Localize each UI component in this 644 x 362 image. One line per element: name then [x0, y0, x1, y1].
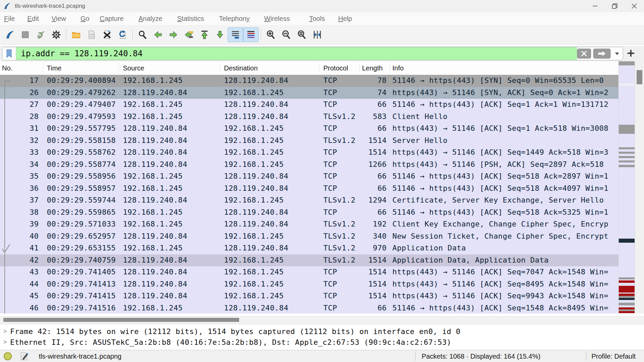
packet-row-44[interactable]: 4400:29:29.741413128.119.240.84192.168.1… — [0, 278, 618, 291]
find-packet-icon — [138, 30, 147, 39]
column-divider[interactable] — [390, 63, 390, 73]
open-file-button[interactable] — [68, 27, 84, 42]
packet-row-36[interactable]: 3600:29:29.558957192.168.1.245128.119.24… — [0, 183, 618, 195]
filter-history-dropdown[interactable] — [613, 49, 621, 59]
packet-row-31[interactable]: 3100:29:29.557795128.119.240.84192.168.1… — [0, 123, 618, 135]
column-divider[interactable] — [119, 63, 119, 73]
menu-edit[interactable]: Edit — [27, 15, 39, 23]
restore-button[interactable] — [605, 0, 624, 12]
expert-info-icon[interactable] — [3, 352, 12, 361]
packet-row-39[interactable]: 3900:29:29.571033192.168.1.245128.119.24… — [0, 218, 618, 231]
packet-row-17[interactable]: 1700:29:29.400894192.168.1.245128.119.24… — [0, 75, 618, 87]
packet-row-37[interactable]: 3700:29:29.559744128.119.240.84192.168.1… — [0, 194, 618, 207]
detail-row-frame[interactable]: > Frame 42: 1514 bytes on wire (12112 bi… — [0, 326, 640, 337]
menu-help[interactable]: Help — [338, 15, 352, 23]
packet-row-33[interactable]: 3300:29:29.558762128.119.240.84192.168.1… — [0, 147, 618, 159]
cell-no: 46 — [0, 304, 39, 312]
packet-row-27[interactable]: 2700:29:29.479407192.168.1.245128.119.24… — [0, 99, 618, 111]
col-destination[interactable]: Destination — [224, 64, 258, 72]
last-packet-button[interactable] — [212, 27, 228, 42]
filter-clear-button[interactable] — [577, 49, 591, 59]
capture-options-button[interactable] — [49, 27, 64, 42]
filter-apply-button[interactable] — [593, 49, 611, 59]
restore-icon — [612, 3, 617, 9]
detail-row-ethernet[interactable]: > Ethernet II, Src: ASUSTekC_5a:2b:b8 (4… — [0, 337, 640, 348]
auto-scroll-button[interactable] — [228, 27, 243, 42]
packet-row-41[interactable]: 4100:29:29.653155192.168.1.245128.119.24… — [0, 242, 618, 254]
col-no[interactable]: No. — [2, 64, 12, 72]
col-protocol[interactable]: Protocol — [323, 64, 348, 72]
packet-row-32[interactable]: 3200:29:29.558158128.119.240.84192.168.1… — [0, 135, 618, 147]
horizontal-scrollbar[interactable] — [0, 316, 644, 323]
zoom-reset-button[interactable] — [294, 27, 310, 42]
find-packet-button[interactable] — [135, 27, 150, 42]
add-filter-button[interactable] — [625, 48, 637, 59]
close-button[interactable] — [624, 0, 644, 12]
stop-capture-button[interactable] — [18, 27, 33, 42]
menu-telephony[interactable]: Telephony — [219, 15, 250, 23]
packet-row-46[interactable]: 4600:29:29.741516192.168.1.245128.119.24… — [0, 302, 618, 314]
expander-icon[interactable]: > — [0, 328, 10, 335]
close-file-button[interactable] — [99, 27, 115, 42]
cell-length: 74 — [350, 88, 387, 97]
cell-no: 40 — [0, 232, 39, 240]
first-packet-button[interactable] — [197, 27, 212, 42]
col-info[interactable]: Info — [392, 64, 404, 72]
statusbar-profile[interactable]: Profile: Default — [591, 353, 636, 360]
last-packet-icon — [215, 30, 225, 39]
statusbar-divider — [415, 352, 416, 361]
col-length[interactable]: Length — [362, 64, 383, 72]
packet-row-43[interactable]: 4300:29:29.741405128.119.240.84192.168.1… — [0, 266, 618, 278]
save-file-button[interactable]: 0101 0110 — [84, 27, 99, 42]
capture-comments-icon[interactable]: 010011010 — [20, 352, 29, 361]
start-capture-button[interactable] — [2, 27, 18, 42]
menu-file[interactable]: File — [4, 15, 15, 23]
resize-columns-button[interactable] — [310, 27, 325, 42]
col-time[interactable]: Time — [47, 64, 62, 72]
filter-bookmark-button[interactable] — [2, 47, 16, 60]
minimap[interactable] — [618, 61, 635, 313]
statusbar-filename[interactable]: tls-wireshark-trace1.pcapng — [39, 353, 122, 360]
cell-time: 00:29:29.479262 — [47, 88, 116, 97]
packet-row-40[interactable]: 4000:29:29.652957128.119.240.84192.168.1… — [0, 231, 618, 243]
col-source[interactable]: Source — [123, 64, 144, 72]
packet-row-35[interactable]: 3500:29:29.558956192.168.1.245128.119.24… — [0, 171, 618, 183]
packet-row-42[interactable]: 4200:29:29.740759128.119.240.84192.168.1… — [0, 254, 618, 267]
menu-statistics[interactable]: Statistics — [177, 15, 204, 23]
packet-row-45[interactable]: 4500:29:29.741415128.119.240.84192.168.1… — [0, 290, 618, 302]
zoom-out-button[interactable] — [279, 27, 294, 42]
go-back-button[interactable] — [150, 27, 166, 42]
colorize-button[interactable] — [243, 27, 259, 42]
display-filter-field[interactable]: ip.addr == 128.119.240.84 — [2, 47, 623, 60]
column-divider[interactable] — [220, 63, 220, 73]
column-divider[interactable] — [319, 63, 319, 73]
minimize-button[interactable] — [585, 0, 605, 12]
menu-view[interactable]: View — [52, 15, 66, 23]
column-divider[interactable] — [43, 63, 43, 73]
packet-row-28[interactable]: 2800:29:29.479593192.168.1.245128.119.24… — [0, 111, 618, 123]
menu-go[interactable]: Go — [80, 15, 90, 23]
packet-row-34[interactable]: 3400:29:29.558774128.119.240.84192.168.1… — [0, 159, 618, 171]
cell-protocol: TCP — [323, 160, 337, 169]
column-divider[interactable] — [359, 63, 360, 73]
wireshark-logo-icon — [3, 2, 11, 10]
restart-capture-button[interactable] — [33, 27, 49, 42]
vertical-scrollbar[interactable] — [635, 61, 644, 313]
packet-row-26[interactable]: 2600:29:29.479262128.119.240.84192.168.1… — [0, 87, 618, 99]
go-forward-button[interactable] — [166, 27, 181, 42]
menu-analyze[interactable]: Analyze — [138, 15, 162, 23]
menu-tools[interactable]: Tools — [309, 15, 325, 23]
reload-file-button[interactable] — [115, 27, 130, 42]
horizontal-scrollbar-thumb[interactable] — [3, 318, 239, 322]
go-to-packet-button[interactable] — [181, 27, 197, 42]
menu-wireless[interactable]: Wireless — [264, 15, 290, 23]
zoom-reset-icon — [297, 30, 307, 39]
cell-destination: 128.119.240.84 — [224, 208, 288, 216]
expander-icon[interactable]: > — [0, 338, 10, 346]
cell-length: 340 — [350, 232, 387, 240]
packet-row-38[interactable]: 3800:29:29.559865192.168.1.245128.119.24… — [0, 207, 618, 219]
vertical-scrollbar-thumb[interactable] — [637, 70, 642, 84]
zoom-in-button[interactable] — [263, 27, 279, 42]
menu-capture[interactable]: Capture — [100, 15, 124, 23]
filter-input-area[interactable]: ip.addr == 128.119.240.84 — [16, 47, 577, 60]
